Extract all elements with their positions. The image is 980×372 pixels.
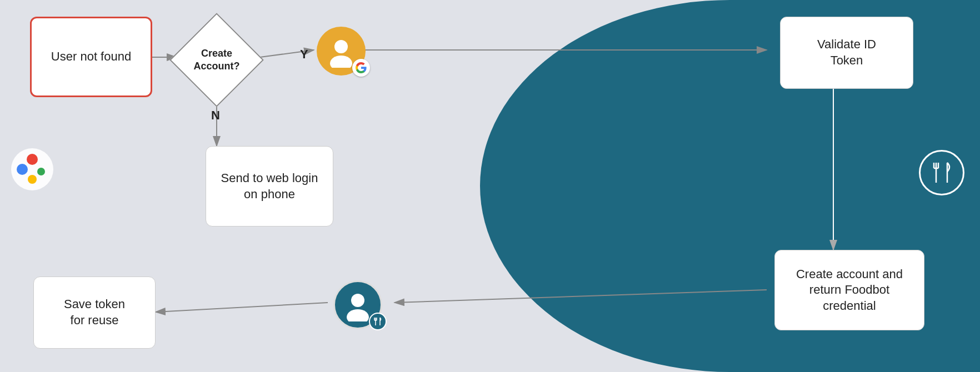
create-account-label: Create account andreturn Foodbotcredenti…: [796, 267, 903, 314]
google-account-icon: [317, 27, 366, 76]
svg-point-16: [351, 294, 364, 307]
create-account-box: Create account andreturn Foodbotcredenti…: [774, 250, 924, 330]
fork-knife-right-icon: [929, 160, 954, 185]
svg-point-17: [347, 309, 369, 321]
user-not-found-box: User not found: [30, 17, 152, 97]
svg-point-14: [28, 175, 37, 184]
web-login-box: Send to web loginon phone: [206, 146, 333, 227]
validate-id-label: Validate IDToken: [817, 37, 876, 68]
diamond-label: CreateAccount?: [194, 47, 240, 73]
svg-point-13: [27, 154, 38, 165]
assistant-svg: [10, 147, 54, 192]
google-g-icon: [356, 62, 367, 73]
validate-id-box: Validate IDToken: [780, 17, 913, 89]
svg-point-10: [330, 56, 352, 68]
google-badge: [352, 59, 370, 77]
user-not-found-label: User not found: [51, 49, 131, 65]
person-icon-2: [341, 288, 374, 321]
svg-point-12: [17, 164, 28, 175]
foodbot-right-icon: [919, 150, 964, 195]
web-login-label: Send to web loginon phone: [221, 170, 318, 202]
foodbot-account-icon: [333, 280, 382, 329]
save-token-box: Save tokenfor reuse: [33, 277, 156, 349]
google-assistant-icon: [10, 147, 54, 194]
svg-point-9: [334, 40, 348, 53]
person-icon: [324, 34, 358, 68]
foodbot-right-circle: [919, 150, 964, 195]
svg-point-15: [37, 168, 45, 175]
no-label: N: [211, 108, 220, 123]
yes-label: Y: [300, 47, 308, 62]
fork-knife-icon: [373, 316, 383, 326]
save-token-label: Save tokenfor reuse: [64, 296, 125, 328]
create-account-diamond: CreateAccount?: [172, 16, 261, 104]
foodbot-badge: [369, 313, 387, 330]
